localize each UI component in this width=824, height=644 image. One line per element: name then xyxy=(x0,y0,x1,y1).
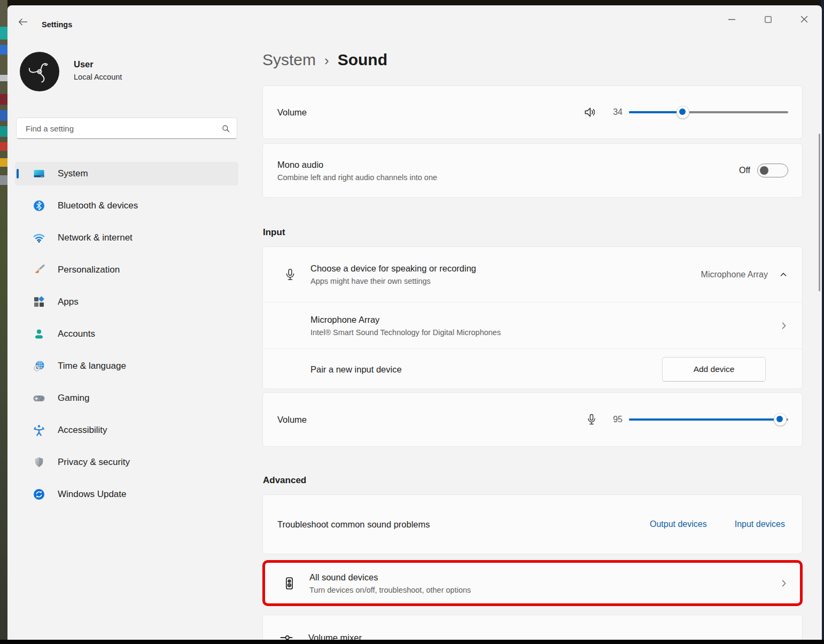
sidebar-item-label: Windows Update xyxy=(58,489,127,500)
chevron-right-icon xyxy=(779,579,788,588)
input-volume-card: Volume 95 xyxy=(262,392,803,447)
apps-icon xyxy=(33,296,45,308)
sidebar-item-label: Personalization xyxy=(58,265,120,275)
input-section-header: Input xyxy=(263,227,285,238)
sidebar-item-label: Network & internet xyxy=(58,232,133,243)
microphone-icon[interactable] xyxy=(585,413,598,426)
avatar xyxy=(20,52,59,91)
output-volume-card: Volume 34 xyxy=(262,86,803,139)
microphone-array-row[interactable]: Microphone Array Intel® Smart Sound Tech… xyxy=(263,302,802,348)
sidebar-item-windows-update[interactable]: Windows Update xyxy=(15,483,238,506)
scrollbar-thumb[interactable] xyxy=(819,134,820,291)
sidebar-item-apps[interactable]: Apps xyxy=(15,290,238,314)
all-sound-devices-subtitle: Turn devices on/off, troubleshoot, other… xyxy=(309,586,471,594)
chevron-right-icon xyxy=(779,321,788,330)
globe-clock-icon xyxy=(33,360,45,373)
desktop-icon-fragment xyxy=(0,126,7,137)
input-volume-label: Volume xyxy=(277,415,307,425)
troubleshoot-label: Troubleshoot common sound problems xyxy=(277,519,430,530)
slider-fill xyxy=(629,418,780,421)
shield-icon xyxy=(33,456,45,469)
sidebar-item-accessibility[interactable]: Accessibility xyxy=(15,418,238,442)
window-title: Settings xyxy=(42,20,72,29)
slider-thumb[interactable] xyxy=(774,413,787,426)
sidebar-item-time-language[interactable]: Time & language xyxy=(15,354,238,378)
mono-audio-card: Mono audio Combine left and right audio … xyxy=(262,143,803,198)
pair-device-label: Pair a new input device xyxy=(310,364,402,375)
back-button[interactable] xyxy=(16,15,30,29)
speaker-device-icon xyxy=(282,576,297,591)
settings-window: Settings User Local Account xyxy=(7,5,822,640)
desktop-icon-fragment xyxy=(0,94,7,105)
sidebar-item-privacy-security[interactable]: Privacy & security xyxy=(15,451,238,474)
page-title: Sound xyxy=(338,51,387,69)
brush-icon xyxy=(33,263,45,276)
close-icon xyxy=(800,15,808,23)
choose-device-title: Choose a device for speaking or recordin… xyxy=(310,263,476,274)
speaker-icon[interactable] xyxy=(583,105,597,119)
breadcrumb-separator: › xyxy=(324,52,329,69)
sidebar-item-label: Gaming xyxy=(58,393,90,404)
sidebar-item-accounts[interactable]: Accounts xyxy=(15,322,238,346)
sidebar-item-label: Accounts xyxy=(58,329,95,339)
sidebar-item-personalization[interactable]: Personalization xyxy=(15,258,238,282)
output-devices-link[interactable]: Output devices xyxy=(650,519,707,529)
mono-audio-subtitle: Combine left and right audio channels in… xyxy=(277,173,437,182)
sidebar-item-label: Privacy & security xyxy=(58,457,130,468)
pair-input-device-row: Pair a new input device Add device xyxy=(263,349,802,390)
mono-audio-state: Off xyxy=(739,166,750,175)
search-box[interactable] xyxy=(16,118,237,139)
input-volume-slider[interactable] xyxy=(629,414,788,425)
arrow-left-icon xyxy=(17,16,29,28)
input-devices-link[interactable]: Input devices xyxy=(735,519,785,529)
chevron-up-icon[interactable] xyxy=(779,270,788,280)
maximize-button[interactable] xyxy=(756,11,780,28)
desktop-icon-fragment xyxy=(0,110,7,121)
razer-triskelion-avatar-icon xyxy=(26,58,53,86)
person-icon xyxy=(33,328,45,340)
sidebar-item-label: System xyxy=(58,168,88,179)
minimize-icon xyxy=(728,16,735,23)
sidebar-item-system[interactable]: System xyxy=(15,162,238,185)
all-sound-devices-title: All sound devices xyxy=(309,572,471,583)
sidebar-item-label: Apps xyxy=(58,297,79,307)
selection-accent-bar xyxy=(17,169,19,179)
mic-device-name: Microphone Array xyxy=(310,315,501,325)
desktop-icon-fragment xyxy=(0,158,7,167)
sidebar-item-label: Time & language xyxy=(58,361,126,371)
desktop-edge-left xyxy=(0,0,7,644)
mic-device-description: Intel® Smart Sound Technology for Digita… xyxy=(310,328,501,337)
sidebar-item-network-internet[interactable]: Network & internet xyxy=(15,226,238,250)
output-volume-label: Volume xyxy=(277,107,307,118)
sidebar-item-label: Bluetooth & devices xyxy=(58,200,138,211)
gamepad-icon xyxy=(33,392,45,405)
troubleshoot-card: Troubleshoot common sound problems Outpu… xyxy=(262,494,803,554)
choose-device-subtitle: Apps might have their own settings xyxy=(310,277,476,285)
update-icon xyxy=(33,488,45,501)
volume-mixer-card[interactable]: Volume mixer xyxy=(262,615,803,640)
all-sound-devices-card-highlighted[interactable]: All sound devices Turn devices on/off, t… xyxy=(262,560,803,606)
choose-input-device-row[interactable]: Choose a device for speaking or recordin… xyxy=(263,247,802,302)
output-volume-slider[interactable] xyxy=(629,106,788,118)
microphone-icon xyxy=(283,268,297,282)
breadcrumb-parent[interactable]: System xyxy=(262,51,316,69)
add-device-button[interactable]: Add device xyxy=(662,357,766,382)
accessibility-icon xyxy=(33,424,45,437)
search-input[interactable] xyxy=(25,123,221,134)
mono-audio-toggle[interactable] xyxy=(757,164,788,177)
desktop-icon-fragment xyxy=(0,27,7,40)
close-button[interactable] xyxy=(792,11,817,28)
mixer-icon xyxy=(279,630,294,640)
desktop-icon-fragment xyxy=(0,175,7,185)
slider-thumb[interactable] xyxy=(677,106,689,119)
input-volume-value: 95 xyxy=(609,415,623,424)
sidebar-nav: System Bluetooth & devices Network & int… xyxy=(15,162,238,515)
sidebar-item-gaming[interactable]: Gaming xyxy=(15,386,238,410)
minimize-button[interactable] xyxy=(719,11,744,28)
maximize-icon xyxy=(765,16,772,23)
sidebar-item-bluetooth-devices[interactable]: Bluetooth & devices xyxy=(15,194,238,218)
breadcrumb: System › Sound xyxy=(262,51,387,69)
desktop-icon-fragment xyxy=(0,142,7,151)
bluetooth-icon xyxy=(33,199,45,212)
advanced-section-header: Advanced xyxy=(263,475,306,486)
